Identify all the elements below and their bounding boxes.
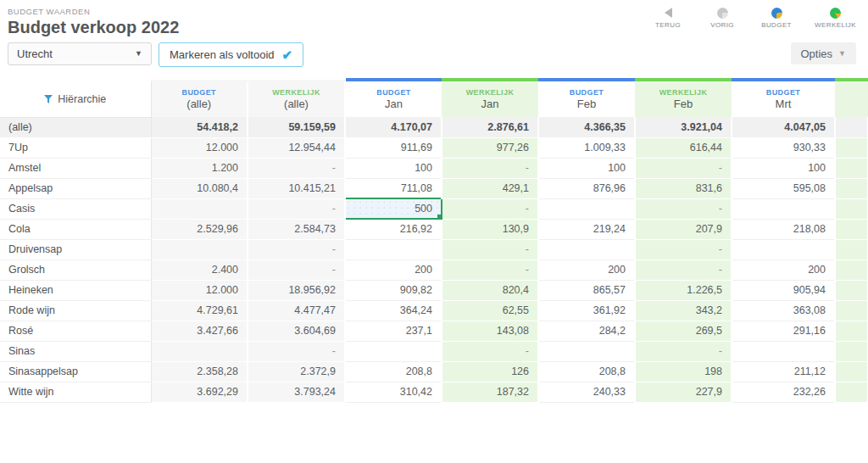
table-cell[interactable]: 4.047,05 (732, 117, 835, 137)
row-label[interactable]: Casis (0, 198, 151, 219)
table-cell[interactable]: 3.921,04 (635, 117, 732, 137)
table-cell[interactable]: 2.876,61 (442, 117, 538, 137)
table-cell[interactable]: 18.956,92 (248, 280, 345, 300)
table-cell[interactable]: 3.427,66 (151, 321, 248, 341)
row-label[interactable]: Druivensap (0, 239, 151, 259)
table-cell[interactable]: 12.000 (151, 137, 248, 158)
table-cell[interactable]: - (248, 259, 345, 280)
table-cell[interactable]: - (442, 158, 538, 178)
table-cell[interactable]: 364,24 (345, 300, 442, 321)
table-cell[interactable]: - (248, 158, 345, 178)
table-cell[interactable]: 429,1 (442, 178, 538, 198)
table-cell[interactable]: 291,16 (732, 321, 835, 341)
column-header-budget-mrt[interactable]: BUDGET Mrt (732, 80, 835, 117)
region-select[interactable]: Utrecht ▼ (8, 42, 152, 65)
table-cell[interactable]: 711,08 (345, 178, 442, 198)
table-cell[interactable]: 820,4 (442, 280, 538, 300)
table-cell[interactable]: - (442, 259, 538, 280)
table-cell[interactable]: 232,26 (732, 382, 835, 402)
table-cell[interactable]: 207,9 (635, 219, 732, 239)
table-cell[interactable] (732, 239, 835, 259)
table-cell[interactable]: 905,94 (732, 280, 835, 300)
table-cell[interactable]: - (635, 341, 732, 361)
row-label[interactable]: (alle) (0, 117, 151, 137)
table-cell[interactable]: 59.159,59 (248, 117, 345, 137)
table-cell[interactable]: 227,9 (635, 382, 732, 402)
table-cell[interactable]: 4.170,07 (345, 117, 442, 137)
table-cell[interactable]: 284,2 (538, 321, 635, 341)
row-label[interactable]: Grolsch (0, 259, 151, 280)
table-cell[interactable]: 216,92 (345, 219, 442, 239)
table-cell[interactable] (835, 361, 868, 382)
selected-cell[interactable]: 500 (345, 198, 442, 219)
mark-complete-button[interactable]: Markeren als voltooid ✔ (159, 42, 303, 67)
table-cell[interactable]: 310,42 (345, 382, 442, 402)
table-cell[interactable] (835, 219, 868, 239)
nav-werkelijk-button[interactable]: WERKELIJK (815, 7, 856, 29)
table-cell[interactable] (538, 341, 635, 361)
nav-budget-button[interactable]: BUDGET (760, 7, 793, 29)
table-cell[interactable]: 200 (345, 259, 442, 280)
table-cell[interactable] (835, 117, 868, 137)
table-cell[interactable]: 10.415,21 (248, 178, 345, 198)
row-label[interactable]: Sinasappelsap (0, 361, 151, 382)
table-cell[interactable] (538, 198, 635, 219)
table-cell[interactable]: 269,5 (635, 321, 732, 341)
table-cell[interactable]: 616,44 (635, 137, 732, 158)
column-header-clipped[interactable] (835, 80, 868, 117)
table-cell[interactable]: 2.529,96 (151, 219, 248, 239)
table-cell[interactable] (151, 341, 248, 361)
table-cell[interactable]: 100 (345, 158, 442, 178)
row-label[interactable]: Rode wijn (0, 300, 151, 321)
column-header-werkelijk-jan[interactable]: WERKELIJK Jan (442, 80, 538, 117)
table-cell[interactable]: 3.604,69 (248, 321, 345, 341)
table-cell[interactable]: 187,32 (442, 382, 538, 402)
table-cell[interactable]: 237,1 (345, 321, 442, 341)
column-header-budget-feb[interactable]: BUDGET Feb (538, 80, 635, 117)
table-cell[interactable]: 100 (538, 158, 635, 178)
row-label[interactable]: Cola (0, 219, 151, 239)
table-cell[interactable]: 363,08 (732, 300, 835, 321)
table-cell[interactable]: 126 (442, 361, 538, 382)
table-cell[interactable]: 343,2 (635, 300, 732, 321)
table-cell[interactable] (835, 382, 868, 402)
column-header-budget-jan[interactable]: BUDGET Jan (345, 80, 442, 117)
table-cell[interactable]: - (442, 341, 538, 361)
table-cell[interactable]: 200 (538, 259, 635, 280)
column-header-werkelijk-alle[interactable]: WERKELIJK (alle) (248, 80, 345, 117)
table-cell[interactable] (835, 158, 868, 178)
row-label[interactable]: Amstel (0, 158, 151, 178)
table-cell[interactable]: 100 (732, 158, 835, 178)
table-cell[interactable]: 208,8 (538, 361, 635, 382)
table-cell[interactable]: - (635, 198, 732, 219)
table-cell[interactable]: 911,69 (345, 137, 442, 158)
table-cell[interactable]: 977,26 (442, 137, 538, 158)
nav-terug-button[interactable]: TERUG (652, 7, 684, 29)
table-cell[interactable] (345, 239, 442, 259)
table-cell[interactable]: 1.009,33 (538, 137, 635, 158)
table-cell[interactable]: 2.400 (151, 259, 248, 280)
table-cell[interactable] (538, 239, 635, 259)
row-label[interactable]: 7Up (0, 137, 151, 158)
table-cell[interactable]: 198 (635, 361, 732, 382)
table-cell[interactable]: 130,9 (442, 219, 538, 239)
table-cell[interactable]: 143,08 (442, 321, 538, 341)
table-cell[interactable]: 218,08 (732, 219, 835, 239)
table-cell[interactable]: - (635, 158, 732, 178)
table-cell[interactable]: 876,96 (538, 178, 635, 198)
table-cell[interactable]: 12.954,44 (248, 137, 345, 158)
table-cell[interactable]: 930,33 (732, 137, 835, 158)
table-cell[interactable]: 4.477,47 (248, 300, 345, 321)
table-cell[interactable]: 361,92 (538, 300, 635, 321)
table-cell[interactable]: 3.793,24 (248, 382, 345, 402)
table-cell[interactable]: 4.366,35 (538, 117, 635, 137)
table-cell[interactable]: 12.000 (151, 280, 248, 300)
table-cell[interactable] (835, 198, 868, 219)
table-cell[interactable] (835, 321, 868, 341)
column-header-werkelijk-feb[interactable]: WERKELIJK Feb (635, 80, 732, 117)
table-cell[interactable] (835, 178, 868, 198)
table-cell[interactable] (151, 239, 248, 259)
table-cell[interactable] (835, 300, 868, 321)
nav-vorig-button[interactable]: VORIG (706, 7, 738, 29)
table-cell[interactable]: 1.226,5 (635, 280, 732, 300)
